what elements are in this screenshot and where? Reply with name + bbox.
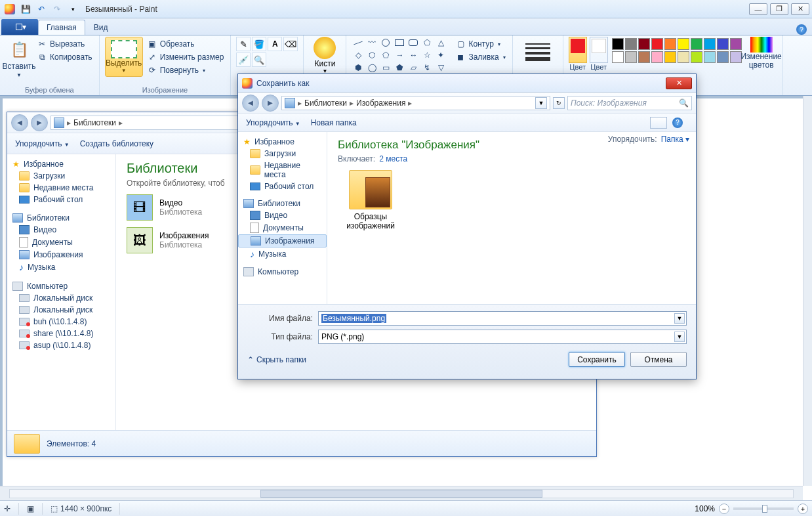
window-maximize-button[interactable]: ❐ [770,3,788,15]
nav-images[interactable]: Изображения [7,249,115,261]
palette-color[interactable] [625,38,637,50]
nav-drive-share[interactable]: share (\\10.1.4.8) [7,328,115,339]
vertical-scrollbar[interactable] [803,96,812,486]
shapes-gallery[interactable]: 〰 ⬠ △ ◇ ⬡ ⬠ → ↔ ☆ ✦ ⬢ ◯ ▭ ⬟ ▱ ↯ ▽ [352,37,447,74]
shape-fill-button[interactable]: ◼Заливка▾ [454,51,506,63]
select-button[interactable]: Выделить ▼ [105,37,143,77]
nav-recent[interactable]: Недавние места [238,160,327,181]
zoom-in-button[interactable]: + [798,504,808,514]
filetype-select[interactable]: PNG (*.png) ▼ [318,330,687,344]
nav-videos[interactable]: Видео [238,209,327,221]
palette-color[interactable] [704,51,716,63]
palette-color[interactable] [691,51,702,63]
breadcrumb-libraries[interactable]: Библиотеки [73,118,116,127]
tab-view[interactable]: Вид [85,20,117,35]
copy-button[interactable]: ⧉Копировать [35,51,94,63]
nav-drive-local1[interactable]: Локальный диск [7,292,115,304]
qat-save-icon[interactable]: 💾 [18,2,33,16]
tool-magnifier[interactable]: 🔍 [252,53,266,67]
nav-documents[interactable]: Документы [238,221,327,234]
color-palette[interactable] [611,37,743,64]
palette-color[interactable] [651,38,663,50]
breadcrumb-dropdown[interactable]: ▼ [535,97,547,109]
palette-color[interactable] [678,38,689,50]
tool-picker[interactable]: 💉 [236,53,251,67]
palette-color[interactable] [625,51,637,63]
nav-favorites-group[interactable]: ★Избранное [238,136,327,148]
filename-input[interactable]: Безымянный.png ▼ [318,311,687,326]
file-menu-tab[interactable]: ▾ [1,19,38,35]
palette-color[interactable] [717,51,729,63]
paint-app-icon[interactable] [3,2,17,16]
dropdown-icon[interactable]: ▼ [674,332,685,342]
nav-computer-group[interactable]: Компьютер [7,280,115,292]
color1-button[interactable] [569,37,587,63]
dialog-title-bar[interactable]: Сохранить как ✕ [238,74,696,93]
paste-button[interactable]: 📋 Вставить ▼ [5,37,33,81]
window-minimize-button[interactable]: — [749,3,767,15]
nav-downloads[interactable]: Загрузки [238,148,327,160]
color2-button[interactable] [590,37,608,63]
dialog-close-button[interactable]: ✕ [666,77,692,89]
shape-outline-button[interactable]: ▢Контур▾ [454,38,506,50]
palette-color[interactable] [638,38,650,50]
qat-customize-icon[interactable]: ▾ [66,2,80,16]
palette-color[interactable] [730,38,742,50]
tool-pencil[interactable]: ✎ [236,37,251,51]
organize-menu[interactable]: Упорядочить ▼ [15,139,70,148]
nav-downloads[interactable]: Загрузки [7,170,115,182]
dialog-breadcrumb[interactable]: ▸ Библиотеки ▸ Изображения ▸ ▼ [281,96,550,110]
nav-back-button[interactable]: ◄ [242,95,259,112]
tool-fill[interactable]: 🪣 [252,37,266,51]
dropdown-icon[interactable]: ▼ [674,313,685,324]
nav-forward-button[interactable]: ► [262,95,279,112]
palette-color[interactable] [612,51,624,63]
search-box[interactable]: Поиск: Изображения 🔍 [567,96,692,110]
refresh-button[interactable]: ↻ [553,97,565,109]
palette-color[interactable] [638,51,650,63]
new-library-button[interactable]: Создать библиотеку [80,139,153,148]
palette-color[interactable] [691,38,702,50]
view-options-button[interactable] [650,117,667,129]
nav-back-button[interactable]: ◄ [11,114,28,131]
thickness-button[interactable] [518,37,558,64]
organize-menu[interactable]: Упорядочить ▼ [246,118,300,127]
crop-button[interactable]: ▣Обрезать [146,38,226,50]
nav-libraries-group[interactable]: Библиотеки [7,212,115,224]
tool-text[interactable]: A [268,37,282,51]
qat-undo-icon[interactable]: ↶ [34,2,49,16]
palette-color[interactable] [678,51,689,63]
hide-folders-button[interactable]: ⌃Скрыть папки [247,355,306,364]
nav-desktop[interactable]: Рабочий стол [7,194,115,205]
qat-redo-icon[interactable]: ↷ [50,2,64,16]
breadcrumb-images[interactable]: Изображения [356,98,405,108]
folder-samples[interactable]: Образцы изображений [338,170,403,230]
rotate-button[interactable]: ⟳Повернуть▾ [146,64,226,76]
new-folder-button[interactable]: Новая папка [311,118,357,127]
nav-videos[interactable]: Видео [7,224,115,236]
palette-color[interactable] [704,38,716,50]
nav-drive-local2[interactable]: Локальный диск [7,304,115,316]
nav-libraries-group[interactable]: Библиотеки [238,198,327,209]
includes-link[interactable]: 2 места [379,154,407,163]
palette-color[interactable] [651,51,663,63]
save-button[interactable]: Сохранить [569,352,625,367]
palette-color[interactable] [717,38,729,50]
breadcrumb-libraries[interactable]: Библиотеки [304,98,347,108]
tool-eraser[interactable]: ⌫ [283,37,298,51]
nav-documents[interactable]: Документы [7,236,115,249]
palette-color[interactable] [730,51,742,63]
cancel-button[interactable]: Отмена [630,352,687,367]
cut-button[interactable]: ✂Вырезать [35,38,94,50]
nav-music[interactable]: ♪Музыка [7,261,115,274]
zoom-slider[interactable] [733,507,794,510]
palette-color[interactable] [612,38,624,50]
nav-favorites-group[interactable]: ★Избранное [7,158,115,170]
arrange-value[interactable]: Папка ▾ [661,135,689,144]
nav-recent[interactable]: Недавние места [7,182,115,194]
help-icon[interactable]: ? [796,24,807,35]
nav-drive-asup[interactable]: asup (\\10.1.4.8) [7,339,115,351]
tab-home[interactable]: Главная [38,20,85,35]
nav-computer-group[interactable]: Компьютер [238,266,327,278]
zoom-out-button[interactable]: − [719,504,729,514]
